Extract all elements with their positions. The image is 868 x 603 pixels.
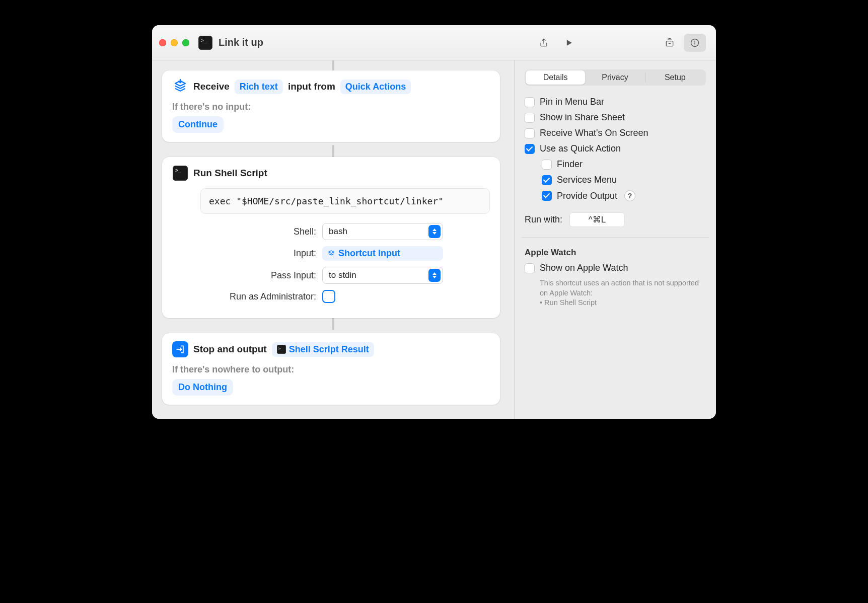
output-icon — [172, 341, 188, 357]
input-from-word: input from — [288, 81, 335, 92]
shell-value: bash — [329, 227, 347, 237]
receive-screen-label: Receive What's On Screen — [540, 128, 648, 138]
quick-action-label: Use as Quick Action — [540, 143, 621, 154]
provide-output-label: Provide Output — [557, 191, 617, 201]
provide-output-help[interactable]: ? — [624, 190, 635, 201]
play-icon — [564, 38, 574, 48]
receive-icon — [172, 79, 188, 95]
terminal-mini-icon: >_ — [277, 345, 286, 354]
tab-privacy[interactable]: Privacy — [585, 70, 644, 85]
run-shell-script-card[interactable]: >_ Run Shell Script exec "$HOME/src/past… — [162, 157, 500, 318]
minimize-window-button[interactable] — [171, 39, 178, 46]
share-button[interactable] — [533, 34, 555, 52]
apple-watch-checkbox[interactable] — [525, 263, 535, 273]
pin-menubar-label: Pin in Menu Bar — [540, 97, 604, 107]
finder-checkbox[interactable] — [542, 160, 552, 170]
admin-label: Run as Administrator: — [200, 291, 316, 302]
no-input-action[interactable]: Continue — [172, 116, 224, 133]
inspector-button[interactable] — [684, 34, 706, 52]
input-type-token[interactable]: Rich text — [235, 80, 283, 94]
receive-screen-checkbox[interactable] — [525, 128, 535, 138]
shell-label: Shell: — [200, 227, 316, 237]
library-button[interactable] — [659, 34, 681, 52]
share-icon — [539, 38, 549, 48]
info-icon — [690, 38, 700, 48]
flow-connector — [332, 60, 334, 71]
zoom-window-button[interactable] — [182, 39, 189, 46]
terminal-icon: >_ — [172, 165, 188, 181]
pass-input-value: to stdin — [329, 270, 356, 280]
apple-watch-note: This shortcut uses an action that is not… — [540, 278, 706, 308]
stop-output-word: Stop and output — [193, 344, 267, 355]
apple-watch-heading: Apple Watch — [525, 248, 706, 258]
titlebar: >_ Link it up — [152, 25, 716, 60]
shortcut-input-icon — [327, 250, 335, 258]
share-sheet-checkbox[interactable] — [525, 113, 535, 123]
provide-output-checkbox[interactable] — [542, 191, 552, 201]
svg-point-2 — [694, 40, 695, 41]
finder-label: Finder — [557, 159, 583, 170]
input-source-token[interactable]: Quick Actions — [340, 80, 411, 94]
input-label: Input: — [200, 248, 316, 259]
quick-action-checkbox[interactable] — [525, 144, 535, 154]
runwith-field[interactable]: ^⌘L — [569, 212, 625, 227]
shortcuts-editor-window: >_ Link it up — [152, 25, 716, 419]
run-button[interactable] — [558, 34, 580, 52]
shell-select[interactable]: bash — [322, 223, 443, 240]
pass-input-label: Pass Input: — [200, 270, 316, 281]
receive-input-card[interactable]: Receive Rich text input from Quick Actio… — [162, 70, 500, 142]
admin-checkbox[interactable] — [322, 290, 335, 303]
inspector-sidebar: Details Privacy Setup Pin in Menu Bar Sh… — [515, 60, 716, 419]
share-sheet-label: Show in Share Sheet — [540, 112, 625, 123]
script-input-token[interactable]: Shortcut Input — [322, 246, 443, 261]
apple-watch-label: Show on Apple Watch — [540, 263, 628, 273]
traffic-lights — [159, 39, 189, 46]
shortcut-app-icon: >_ — [198, 36, 212, 50]
inspector-tabs: Details Privacy Setup — [525, 69, 706, 86]
run-shell-title: Run Shell Script — [193, 168, 267, 179]
tab-details[interactable]: Details — [526, 70, 585, 85]
receive-word: Receive — [193, 81, 230, 92]
stop-output-card[interactable]: Stop and output >_ Shell Script Result I… — [162, 333, 500, 405]
library-icon — [665, 38, 675, 48]
pass-input-select[interactable]: to stdin — [322, 267, 443, 284]
stepper-icon — [428, 269, 441, 282]
nowhere-label: If there's nowhere to output: — [172, 364, 490, 375]
stepper-icon — [428, 225, 441, 238]
window-title: Link it up — [219, 37, 263, 48]
nowhere-action[interactable]: Do Nothing — [172, 379, 233, 396]
workflow-canvas[interactable]: Receive Rich text input from Quick Actio… — [152, 60, 515, 419]
runwith-label: Run with: — [525, 214, 562, 225]
services-checkbox[interactable] — [542, 175, 552, 185]
tab-setup[interactable]: Setup — [645, 70, 705, 85]
close-window-button[interactable] — [159, 39, 166, 46]
output-result-token[interactable]: >_ Shell Script Result — [272, 342, 374, 357]
pin-menubar-checkbox[interactable] — [525, 97, 535, 107]
services-label: Services Menu — [557, 175, 617, 185]
script-textarea[interactable]: exec "$HOME/src/paste_link_shortcut/link… — [200, 188, 490, 214]
no-input-label: If there's no input: — [172, 102, 490, 112]
sidebar-divider — [522, 237, 709, 238]
